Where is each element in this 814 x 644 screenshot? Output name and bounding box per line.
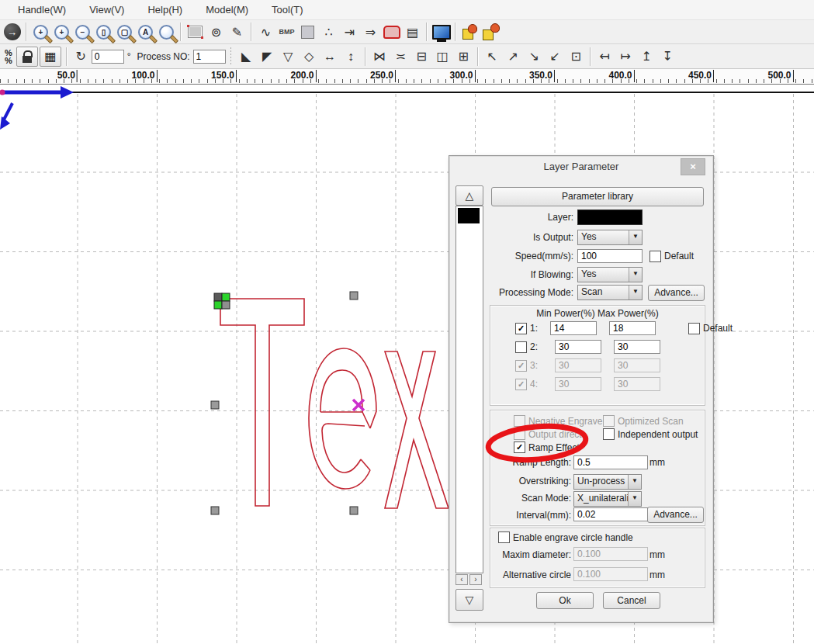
align-right-icon[interactable]: ↦ — [615, 47, 636, 66]
move-top-right-icon[interactable]: ↗ — [503, 47, 524, 66]
chevron-down-icon[interactable]: ▼ — [629, 286, 642, 299]
node-edit-icon[interactable]: ∴ — [318, 23, 339, 42]
power-1-checkbox[interactable]: ✓ — [515, 323, 527, 334]
parameter-library-button[interactable]: Parameter library — [491, 187, 704, 206]
zoom-all-icon[interactable]: A — [135, 23, 156, 42]
menu-item-2[interactable]: View(V) — [78, 2, 136, 17]
processing-mode-select[interactable]: Scan ▼ — [577, 285, 643, 300]
menu-item-4[interactable]: Model(M) — [194, 2, 260, 17]
interval-advance-button[interactable]: Advance... — [647, 507, 704, 523]
power-2-checkbox[interactable] — [515, 341, 527, 353]
scroll-left-icon[interactable]: ‹ — [455, 574, 468, 585]
interval-input[interactable] — [573, 507, 648, 521]
checkbox-box[interactable] — [498, 531, 510, 543]
cancel-button[interactable]: Cancel — [603, 592, 660, 609]
same-size-icon[interactable]: ⊞ — [453, 47, 474, 66]
redraw-icon[interactable]: → — [2, 23, 23, 42]
zoom-selection-icon[interactable]: ▢ — [114, 23, 135, 42]
overstriking-select[interactable]: Un-process ▼ — [573, 474, 642, 490]
checkbox-box[interactable] — [688, 323, 700, 334]
handle-bottom-middle[interactable] — [350, 507, 358, 514]
offset-outline-icon[interactable] — [381, 23, 402, 42]
mirror-vertical-icon[interactable]: ▽ — [278, 47, 299, 66]
align-left-icon[interactable]: ↤ — [594, 47, 615, 66]
cut-direction-icon[interactable]: ⇒ — [360, 23, 381, 42]
letter-t-outline[interactable] — [220, 299, 304, 506]
menu-item-1[interactable]: Handle(W) — [6, 2, 78, 17]
ok-button[interactable]: Ok — [536, 592, 594, 609]
zoom-in-icon[interactable]: + — [51, 23, 72, 42]
independent-output-checkbox[interactable]: Independent output — [603, 428, 698, 440]
ring-tool-icon[interactable]: ⊚ — [206, 23, 227, 42]
mirror-diagonal-a-icon[interactable]: ◣ — [236, 47, 257, 66]
equal-hspace-icon[interactable]: ⋈ — [369, 47, 390, 66]
chevron-down-icon[interactable]: ▼ — [628, 492, 641, 506]
zoom-page-icon[interactable]: ▯ — [93, 23, 114, 42]
scroll-right-icon[interactable]: › — [469, 574, 482, 585]
select-rect-icon[interactable] — [185, 23, 206, 42]
layer-list[interactable] — [455, 206, 483, 573]
letter-x-outline[interactable] — [385, 351, 449, 508]
same-height-icon[interactable]: ◫ — [432, 47, 453, 66]
bmp-tool-icon[interactable]: BMP — [276, 23, 297, 42]
move-bottom-left-icon[interactable]: ↙ — [545, 47, 566, 66]
checkbox-box[interactable] — [603, 428, 615, 440]
object-properties-icon[interactable]: ▤ — [402, 23, 423, 42]
curve-tool-icon[interactable]: ∿ — [255, 23, 276, 42]
speed-input[interactable] — [577, 249, 643, 263]
if-blowing-select[interactable]: Yes ▼ — [577, 267, 643, 282]
align-top-icon[interactable]: ↥ — [636, 47, 657, 66]
checkbox-box[interactable] — [649, 251, 661, 262]
scale-horizontal-icon[interactable]: ↔ — [320, 47, 341, 66]
max-power-2-input[interactable] — [614, 340, 660, 354]
zoom-out-icon[interactable]: − — [72, 23, 93, 42]
power-default-checkbox[interactable]: Default — [663, 323, 733, 334]
ungroup-icon[interactable] — [480, 23, 501, 42]
handle-middle-left[interactable] — [211, 401, 219, 409]
scale-vertical-icon[interactable]: ↕ — [341, 47, 362, 66]
min-power-1-input[interactable] — [550, 321, 597, 335]
max-power-1-input[interactable] — [609, 321, 656, 335]
layer-list-scroll-down-button[interactable]: ▽ — [455, 589, 483, 611]
scan-mode-select[interactable]: X_unilateralisr ▼ — [573, 491, 642, 507]
processing-advance-button[interactable]: Advance... — [648, 285, 705, 301]
anchor-handle[interactable] — [214, 293, 230, 309]
rotate-icon[interactable]: ↻ — [71, 47, 92, 66]
checkbox-box[interactable]: ✓ — [514, 441, 525, 453]
min-power-2-input[interactable] — [555, 340, 601, 354]
move-center-icon[interactable]: ⊡ — [566, 47, 587, 66]
layer-list-item-black[interactable] — [458, 208, 480, 223]
lock-aspect-button[interactable] — [16, 47, 38, 67]
letter-e-outline[interactable] — [309, 348, 376, 489]
rotate-angle-input[interactable] — [92, 50, 124, 64]
pan-zoom-icon[interactable]: + — [30, 23, 51, 42]
rectangle-tool-icon[interactable] — [297, 23, 318, 42]
ramp-effect-checkbox[interactable]: ✓ Ramp Effect — [514, 441, 580, 453]
handle-bottom-left[interactable] — [211, 507, 219, 514]
same-width-icon[interactable]: ⊟ — [411, 47, 432, 66]
close-icon[interactable]: × — [681, 158, 705, 175]
text-object-tex[interactable] — [220, 299, 449, 508]
laser-start-point-icon[interactable]: ⇥ — [339, 23, 360, 42]
enable-engrave-circle-checkbox[interactable]: Enable engrave circle handle — [498, 531, 633, 543]
menu-item-3[interactable]: Help(H) — [136, 2, 194, 17]
preview-monitor-icon[interactable] — [431, 23, 452, 42]
is-output-select[interactable]: Yes ▼ — [577, 230, 643, 245]
speed-default-checkbox[interactable]: Default — [649, 251, 694, 262]
menu-item-5[interactable]: Tool(T) — [260, 2, 314, 17]
chevron-down-icon[interactable]: ▼ — [629, 230, 642, 244]
align-bottom-icon[interactable]: ↧ — [657, 47, 678, 66]
anchor-grid-button[interactable]: ▦ — [40, 47, 61, 67]
layer-list-scroll-up-button[interactable]: △ — [455, 185, 483, 206]
group-icon[interactable] — [459, 23, 480, 42]
chevron-down-icon[interactable]: ▼ — [628, 475, 641, 489]
zoom-window-icon[interactable] — [156, 23, 177, 42]
move-top-left-icon[interactable]: ↖ — [482, 47, 503, 66]
process-no-input[interactable] — [193, 50, 226, 64]
equal-vspace-icon[interactable]: ≍ — [390, 47, 411, 66]
mirror-diagonal-b-icon[interactable]: ◤ — [257, 47, 278, 66]
layer-color-swatch[interactable] — [577, 209, 643, 225]
chevron-down-icon[interactable]: ▼ — [629, 268, 642, 282]
ramp-length-input[interactable] — [573, 455, 648, 469]
mirror-diamond-icon[interactable]: ◇ — [299, 47, 320, 66]
